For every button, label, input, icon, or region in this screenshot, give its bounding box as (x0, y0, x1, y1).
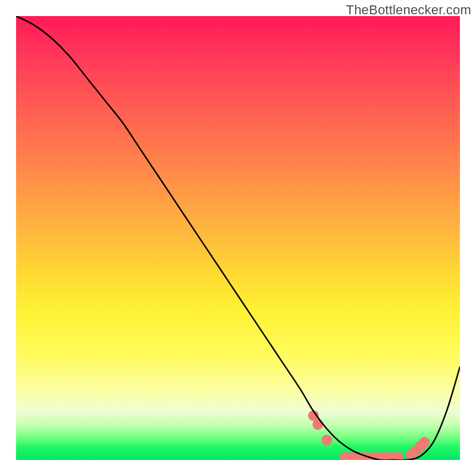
chart-area (16, 16, 460, 460)
plot-svg (16, 16, 460, 460)
watermark-text: TheBottlenecker.com (346, 2, 471, 18)
bottleneck-dot (321, 434, 332, 445)
chart-frame: TheBottlenecker.com (0, 0, 476, 476)
bottleneck-curve (16, 16, 460, 460)
bottleneck-dots-group (308, 410, 430, 460)
bottleneck-dot (419, 437, 430, 447)
bottleneck-dot (312, 419, 323, 430)
